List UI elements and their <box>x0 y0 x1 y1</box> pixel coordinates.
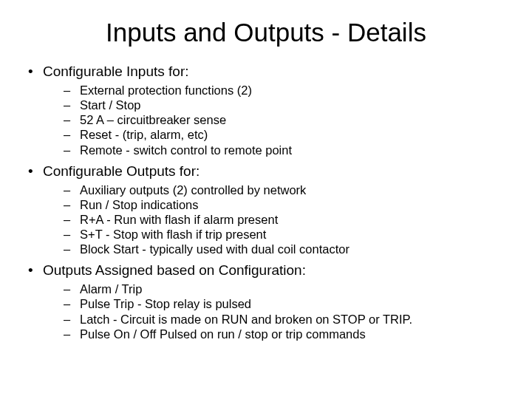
bullet-icon: • <box>28 262 33 279</box>
item-text: Reset - (trip, alarm, etc) <box>80 128 208 141</box>
item-text: External protection functions (2) <box>80 83 252 97</box>
item-text: Auxiliary outputs (2) controlled by netw… <box>80 183 306 197</box>
list-item: –Auxiliary outputs (2) controlled by net… <box>22 183 510 197</box>
item-text: Block Start - typically used with dual c… <box>80 242 349 256</box>
page-title: Inputs and Outputs - Details <box>22 18 510 47</box>
list-item: –Pulse On / Off Pulsed on run / stop or … <box>22 327 510 341</box>
dash-icon: – <box>64 242 70 256</box>
bullet-heading: • Outputs Assigned based on Configuratio… <box>22 262 510 279</box>
section-outputs: • Configurable Outputs for: –Auxiliary o… <box>22 163 510 257</box>
bullet-icon: • <box>28 163 33 180</box>
item-text: Alarm / Trip <box>80 282 142 296</box>
item-text: Pulse Trip - Stop relay is pulsed <box>80 297 251 310</box>
heading-text: Outputs Assigned based on Configuration: <box>43 262 306 278</box>
section-inputs: • Configurable Inputs for: –External pro… <box>22 64 510 157</box>
heading-text: Configurable Inputs for: <box>43 64 189 79</box>
item-text: R+A - Run with flash if alarm present <box>80 213 278 226</box>
list-item: –Latch - Circuit is made on RUN and brok… <box>22 312 510 327</box>
list-item: –External protection functions (2) <box>22 83 510 98</box>
list-item: –Reset - (trip, alarm, etc) <box>22 127 510 142</box>
item-text: Pulse On / Off Pulsed on run / stop or t… <box>80 327 366 341</box>
list-item: –Run / Stop indications <box>22 197 510 212</box>
item-text: S+T - Stop with flash if trip present <box>80 228 266 241</box>
list-item: –S+T - Stop with flash if trip present <box>22 227 510 242</box>
dash-icon: – <box>64 312 70 327</box>
list-item: –52 A – circuitbreaker sense <box>22 112 510 127</box>
dash-icon: – <box>64 183 70 197</box>
dash-icon: – <box>64 227 70 242</box>
bullet-heading: • Configurable Outputs for: <box>22 163 510 180</box>
sub-list: –External protection functions (2) –Star… <box>22 83 510 157</box>
dash-icon: – <box>64 83 70 98</box>
dash-icon: – <box>64 296 70 311</box>
list-item: –Block Start - typically used with dual … <box>22 242 510 256</box>
item-text: Run / Stop indications <box>80 198 199 211</box>
heading-text: Configurable Outputs for: <box>43 163 200 179</box>
item-text: Remote - switch control to remote point <box>80 143 292 157</box>
dash-icon: – <box>64 127 70 142</box>
sub-list: –Alarm / Trip –Pulse Trip - Stop relay i… <box>22 282 510 341</box>
sub-list: –Auxiliary outputs (2) controlled by net… <box>22 183 510 257</box>
list-item: –Remote - switch control to remote point <box>22 143 510 157</box>
dash-icon: – <box>64 197 70 212</box>
list-item: –R+A - Run with flash if alarm present <box>22 212 510 227</box>
item-text: Start / Stop <box>80 98 141 112</box>
dash-icon: – <box>64 98 70 112</box>
dash-icon: – <box>64 112 70 127</box>
list-item: –Start / Stop <box>22 98 510 112</box>
slide: Inputs and Outputs - Details • Configura… <box>0 0 532 355</box>
section-assigned: • Outputs Assigned based on Configuratio… <box>22 262 510 341</box>
list-item: –Pulse Trip - Stop relay is pulsed <box>22 296 510 311</box>
bullet-icon: • <box>28 64 33 80</box>
dash-icon: – <box>64 212 70 227</box>
item-text: Latch - Circuit is made on RUN and broke… <box>80 313 412 326</box>
dash-icon: – <box>64 327 70 341</box>
bullet-heading: • Configurable Inputs for: <box>22 64 510 80</box>
list-item: –Alarm / Trip <box>22 282 510 296</box>
dash-icon: – <box>64 143 70 157</box>
item-text: 52 A – circuitbreaker sense <box>80 113 226 126</box>
dash-icon: – <box>64 282 70 296</box>
